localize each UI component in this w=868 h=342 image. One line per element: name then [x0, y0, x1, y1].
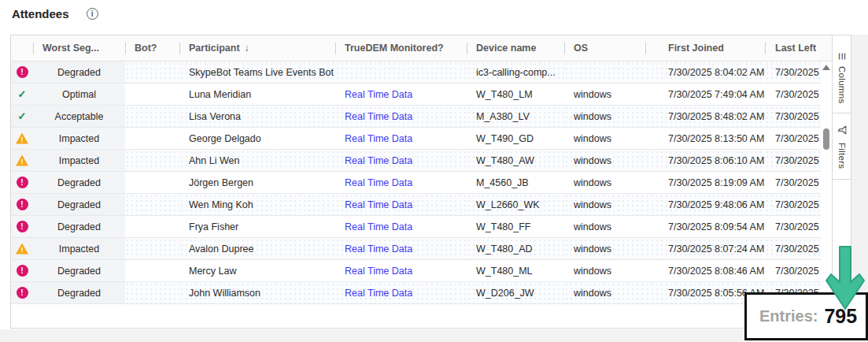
cell-first-joined: 7/30/2025 9:48:06 AM: [645, 194, 765, 215]
real-time-data-link[interactable]: Real Time Data: [345, 89, 412, 100]
cell-severity: Degraded: [33, 61, 125, 83]
cell-first-joined: 7/30/2025 8:08:46 AM: [645, 260, 765, 281]
table-row[interactable]: !DegradedWen Ming KohReal Time DataW_L26…: [11, 194, 832, 216]
cell-last-left: 7/30/2025: [765, 216, 822, 237]
degraded-exclamation-icon: !: [17, 265, 28, 277]
impacted-warning-icon: !: [16, 243, 28, 255]
cell-last-left: 7/30/2025: [765, 128, 822, 149]
real-time-data-link[interactable]: Real Time Data: [345, 133, 412, 144]
cell-bot: [125, 282, 179, 303]
scroll-up-icon[interactable]: [822, 65, 830, 70]
real-time-data-link[interactable]: Real Time Data: [345, 155, 412, 166]
cell-status: !: [11, 216, 33, 237]
cell-os: windows: [564, 150, 645, 171]
table-row[interactable]: ✓AcceptableLisa VeronaReal Time DataM_A3…: [11, 106, 832, 128]
cell-first-joined: 7/30/2025 8:13:50 AM: [645, 128, 765, 149]
table-body: !DegradedSkypeBot Teams Live Events Boti…: [11, 61, 832, 304]
cell-last-left: 7/30/2025: [765, 150, 822, 171]
column-header-last-left[interactable]: Last Left: [765, 35, 822, 61]
column-header-device-name[interactable]: Device name: [467, 35, 564, 61]
cell-os: windows: [564, 106, 645, 127]
cell-status: !: [11, 282, 33, 303]
table-row[interactable]: !DegradedSkypeBot Teams Live Events Boti…: [11, 61, 832, 84]
cell-bot: [125, 128, 179, 149]
cell-os: windows: [564, 238, 645, 259]
cell-device: W_D206_JW: [467, 282, 564, 303]
cell-participant: Wen Ming Koh: [179, 194, 335, 215]
real-time-data-link[interactable]: Real Time Data: [345, 199, 412, 210]
cell-bot: [125, 172, 179, 193]
tab-filters[interactable]: Filters: [833, 113, 851, 179]
column-header-os[interactable]: OS: [564, 35, 645, 61]
filter-icon: [835, 126, 849, 135]
cell-severity: Degraded: [33, 260, 125, 281]
table-row[interactable]: !DegradedMercy LawReal Time DataW_T480_M…: [11, 260, 832, 282]
cell-monitored: Real Time Data: [335, 150, 467, 171]
column-header-status[interactable]: [11, 35, 33, 61]
tab-columns[interactable]: ☰ Columns: [833, 35, 851, 113]
cell-first-joined: 7/30/2025 8:04:02 AM: [645, 61, 765, 83]
info-icon[interactable]: i: [87, 8, 98, 20]
cell-bot: [125, 238, 179, 259]
cell-os: windows: [564, 84, 645, 105]
cell-monitored: [335, 61, 467, 83]
real-time-data-link[interactable]: Real Time Data: [345, 177, 412, 188]
cell-first-joined: 7/30/2025 7:49:04 AM: [645, 84, 765, 105]
real-time-data-link[interactable]: Real Time Data: [345, 111, 412, 122]
cell-status: ✓: [11, 106, 33, 127]
cell-participant: SkypeBot Teams Live Events Bot: [179, 61, 335, 83]
table-row[interactable]: !DegradedJörgen BergenReal Time DataM_45…: [11, 172, 832, 194]
scrollbar-thumb[interactable]: [823, 128, 829, 150]
table-area: Worst Seg...Bot?Participant↓TrueDEM Moni…: [11, 35, 832, 328]
cell-first-joined: 7/30/2025 8:48:02 AM: [645, 106, 765, 127]
real-time-data-link[interactable]: Real Time Data: [345, 221, 412, 232]
cell-status: !: [11, 194, 33, 215]
cell-last-left: 7/30/2025: [765, 194, 822, 215]
real-time-data-link[interactable]: Real Time Data: [345, 266, 412, 277]
cell-monitored: Real Time Data: [335, 282, 467, 303]
cell-bot: [125, 150, 179, 171]
cell-participant: Avalon Dupree: [179, 238, 335, 259]
real-time-data-link[interactable]: Real Time Data: [345, 243, 412, 255]
cell-os: windows: [564, 260, 645, 281]
cell-participant: Lisa Verona: [179, 106, 335, 127]
table-row[interactable]: !DegradedFrya FisherReal Time DataW_T480…: [11, 216, 832, 238]
cell-last-left: 7/30/2025: [765, 106, 822, 127]
cell-status: !: [11, 260, 33, 281]
column-header-first-joined[interactable]: First Joined: [645, 35, 765, 61]
table-row[interactable]: !ImpactedAhn Li WenReal Time DataW_T480_…: [11, 150, 832, 172]
table-row[interactable]: !ImpactedAvalon DupreeReal Time DataW_T4…: [11, 238, 832, 260]
cell-os: [564, 61, 645, 83]
titlebar: Attendees i: [12, 7, 98, 20]
table-row[interactable]: !DegradedJohn WilliamsonReal Time DataW_…: [11, 282, 832, 304]
table-header: Worst Seg...Bot?Participant↓TrueDEM Moni…: [11, 35, 832, 61]
cell-monitored: Real Time Data: [335, 216, 467, 237]
table-row[interactable]: ✓OptimalLuna MeridianReal Time DataW_T48…: [11, 84, 832, 106]
columns-icon: ☰: [837, 53, 846, 61]
column-header-participant[interactable]: Participant↓: [179, 35, 335, 61]
attendees-table: Worst Seg...Bot?Participant↓TrueDEM Moni…: [10, 35, 851, 329]
cell-bot: [125, 106, 179, 127]
cell-monitored: Real Time Data: [335, 84, 467, 105]
degraded-exclamation-icon: !: [17, 199, 28, 210]
real-time-data-link[interactable]: Real Time Data: [345, 288, 412, 299]
cell-status: !: [11, 238, 33, 259]
cell-last-left: 7/30/2025: [765, 238, 822, 259]
cell-device: W_T480_FF: [467, 216, 564, 237]
column-header-bot[interactable]: Bot?: [125, 35, 179, 61]
cell-monitored: Real Time Data: [335, 106, 467, 127]
cell-monitored: Real Time Data: [335, 128, 467, 149]
column-header-worst-segment[interactable]: Worst Seg...: [33, 35, 125, 61]
cell-status: !: [11, 172, 33, 193]
tab-filters-label: Filters: [837, 143, 847, 169]
column-header-truedem-monitored[interactable]: TrueDEM Monitored?: [335, 35, 467, 61]
annotation-arrow-down-icon: [825, 245, 866, 311]
table-row[interactable]: !ImpactedGeorge DelgadoReal Time DataW_T…: [11, 128, 832, 150]
cell-device: W_T480_ML: [467, 260, 564, 281]
cell-first-joined: 7/30/2025 8:06:10 AM: [645, 150, 765, 171]
cell-severity: Degraded: [33, 172, 125, 193]
cell-last-left: 7/30/2025: [765, 260, 822, 281]
cell-os: windows: [564, 194, 645, 215]
cell-os: windows: [564, 128, 645, 149]
cell-last-left: 7/30/2025: [765, 172, 822, 193]
